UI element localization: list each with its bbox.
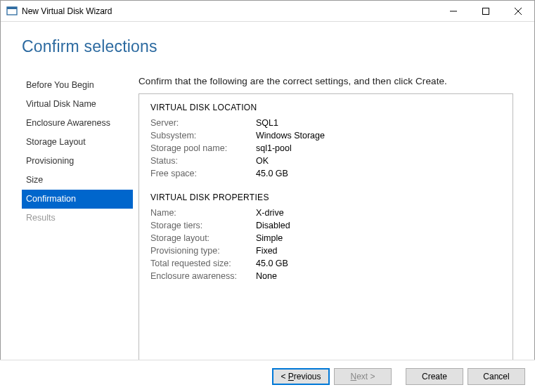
kv-row: Storage pool name:sql1-pool	[150, 142, 501, 155]
wizard-step-enclosure-awareness[interactable]: Enclosure Awareness	[22, 114, 133, 133]
kv-value: Fixed	[256, 246, 278, 256]
maximize-button[interactable]	[470, 1, 502, 22]
kv-value: Disabled	[256, 221, 290, 230]
kv-value: OK	[256, 156, 269, 166]
close-button[interactable]	[502, 1, 534, 22]
section-properties: VIRTUAL DISK PROPERTIES Name:X-driveStor…	[150, 192, 501, 282]
kv-key: Name:	[150, 208, 256, 218]
next-button: Next >	[334, 368, 392, 385]
kv-key: Server:	[150, 118, 256, 128]
section-title-properties: VIRTUAL DISK PROPERTIES	[150, 192, 501, 202]
kv-value: 45.0 GB	[256, 259, 288, 268]
kv-value: SQL1	[256, 118, 278, 128]
wizard-step-before-you-begin[interactable]: Before You Begin	[22, 76, 133, 95]
app-icon	[6, 6, 18, 17]
minimize-button[interactable]	[437, 1, 470, 22]
kv-row: Server:SQL1	[150, 117, 501, 129]
kv-key: Total requested size:	[150, 259, 256, 268]
kv-value: X-drive	[256, 208, 284, 218]
kv-row: Provisioning type:Fixed	[150, 244, 501, 257]
kv-key: Storage tiers:	[150, 221, 256, 230]
kv-key: Provisioning type:	[150, 246, 256, 256]
kv-row: Free space:45.0 GB	[150, 167, 501, 180]
kv-value: None	[256, 271, 277, 281]
wizard-step-storage-layout[interactable]: Storage Layout	[22, 133, 133, 152]
kv-value: sql1-pool	[256, 143, 292, 153]
svg-rect-3	[483, 8, 489, 14]
kv-row: Enclosure awareness:None	[150, 270, 501, 282]
kv-key: Storage pool name:	[150, 143, 256, 153]
previous-button[interactable]: < Previous	[272, 368, 330, 385]
kv-key: Subsystem:	[150, 131, 256, 141]
kv-row: Name:X-drive	[150, 207, 501, 219]
titlebar: New Virtual Disk Wizard	[1, 1, 534, 22]
kv-key: Enclosure awareness:	[150, 271, 256, 281]
wizard-step-results: Results	[22, 209, 133, 228]
kv-value: Simple	[256, 233, 283, 243]
kv-row: Subsystem:Windows Storage	[150, 129, 501, 142]
kv-key: Storage layout:	[150, 233, 256, 243]
wizard-step-size[interactable]: Size	[22, 171, 133, 190]
kv-row: Storage layout:Simple	[150, 232, 501, 244]
kv-row: Status:OK	[150, 155, 501, 167]
wizard-footer: < Previous Next > Create Cancel	[0, 360, 535, 392]
kv-row: Storage tiers:Disabled	[150, 219, 501, 232]
wizard-step-virtual-disk-name[interactable]: Virtual Disk Name	[22, 95, 133, 114]
instruction-text: Confirm that the following are the corre…	[138, 76, 513, 86]
wizard-steps-sidebar: Before You BeginVirtual Disk NameEnclosu…	[22, 76, 133, 362]
create-button[interactable]: Create	[406, 368, 463, 385]
section-title-location: VIRTUAL DISK LOCATION	[150, 103, 501, 112]
wizard-step-provisioning[interactable]: Provisioning	[22, 152, 133, 171]
kv-value: Windows Storage	[256, 131, 325, 141]
kv-row: Total requested size:45.0 GB	[150, 257, 501, 270]
wizard-step-confirmation[interactable]: Confirmation	[22, 190, 133, 209]
kv-key: Free space:	[150, 169, 256, 178]
cancel-button[interactable]: Cancel	[468, 368, 525, 385]
kv-key: Status:	[150, 156, 256, 166]
window-title: New Virtual Disk Wizard	[22, 6, 112, 16]
kv-value: 45.0 GB	[256, 169, 288, 178]
svg-rect-1	[7, 7, 17, 9]
page-heading: Confirm selections	[22, 37, 513, 56]
confirmation-panel: VIRTUAL DISK LOCATION Server:SQL1Subsyst…	[138, 93, 513, 362]
section-location: VIRTUAL DISK LOCATION Server:SQL1Subsyst…	[150, 103, 501, 180]
